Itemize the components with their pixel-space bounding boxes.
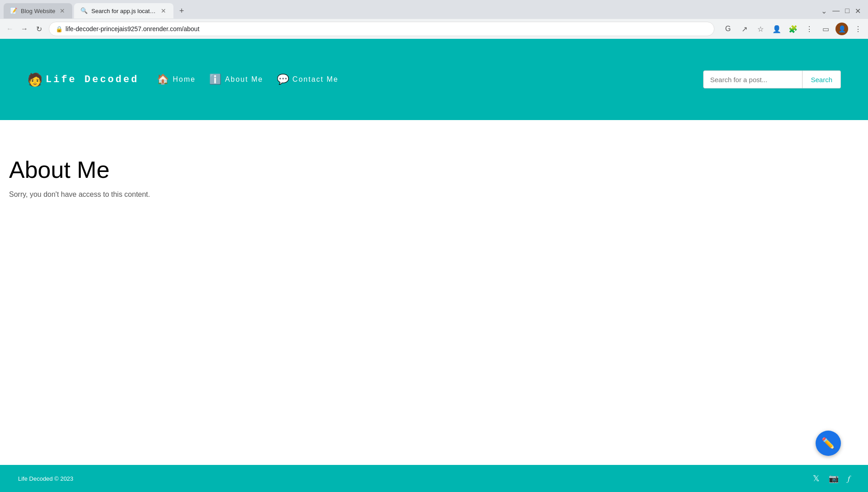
tab-favicon-blog: 📝: [10, 7, 17, 14]
nav-home[interactable]: 🏠 Home: [157, 74, 196, 85]
nav-contact-label: Contact Me: [293, 75, 339, 84]
tab-label-blog: Blog Website: [21, 8, 55, 14]
facebook-icon[interactable]: 𝑓: [848, 474, 850, 483]
maximize-button[interactable]: □: [845, 7, 849, 15]
logo-text: Life Decoded: [46, 74, 139, 85]
share-icon[interactable]: ↗: [738, 23, 751, 35]
tab-close-search[interactable]: ✕: [160, 7, 167, 14]
nav-about[interactable]: ℹ️ About Me: [209, 74, 263, 85]
reload-button[interactable]: ↻: [33, 23, 45, 35]
access-message: Sorry, you don't have access to this con…: [9, 190, 841, 199]
chrome-menu[interactable]: ⋮: [852, 23, 864, 35]
tab-close-blog[interactable]: ✕: [59, 7, 66, 14]
tab-list-button[interactable]: ⌄: [821, 7, 827, 15]
instagram-icon[interactable]: 📷: [829, 473, 839, 483]
browser-chrome: 📝 Blog Website ✕ 🔍 Search for app.js loc…: [0, 0, 868, 39]
tab-bar: 📝 Blog Website ✕ 🔍 Search for app.js loc…: [0, 0, 868, 19]
close-button[interactable]: ✕: [855, 7, 861, 15]
nav-home-label: Home: [173, 75, 196, 84]
fab-button[interactable]: ✏️: [816, 431, 841, 456]
profile-icon[interactable]: 👤: [770, 23, 783, 35]
about-icon: ℹ️: [209, 74, 222, 85]
bookmark-icon[interactable]: ☆: [754, 23, 767, 35]
browser-menu-icon[interactable]: ⋮: [803, 23, 816, 35]
search-input[interactable]: [703, 70, 803, 88]
back-button[interactable]: ←: [4, 23, 16, 35]
google-icon[interactable]: G: [722, 23, 734, 35]
minimize-button[interactable]: —: [832, 7, 840, 15]
browser-actions: G ↗ ☆ 👤 🧩 ⋮ ▭ 👤 ⋮: [722, 23, 864, 35]
site-logo[interactable]: 🧑 Life Decoded: [27, 72, 139, 87]
website-content: 🧑 Life Decoded 🏠 Home ℹ️ About Me 💬 Cont…: [0, 39, 868, 346]
url-box[interactable]: 🔒 life-decoder-princejais9257.onrender.c…: [49, 22, 714, 36]
lock-icon: 🔒: [56, 26, 63, 32]
footer-copyright: Life Decoded © 2023: [18, 475, 73, 482]
search-button[interactable]: Search: [803, 70, 841, 88]
address-bar: ← → ↻ 🔒 life-decoder-princejais9257.onre…: [0, 19, 868, 39]
edit-icon: ✏️: [821, 437, 835, 450]
forward-button[interactable]: →: [18, 23, 31, 35]
new-tab-button[interactable]: +: [175, 5, 188, 17]
search-form: Search: [703, 70, 841, 88]
page-title: About Me: [9, 156, 841, 183]
nav-about-label: About Me: [225, 75, 263, 84]
site-main: About Me Sorry, you don't have access to…: [0, 120, 868, 346]
site-footer: Life Decoded © 2023 𝕏 📷 𝑓: [0, 465, 868, 492]
tab-search-appjs[interactable]: 🔍 Search for app.js location ✕: [74, 3, 173, 19]
site-header: 🧑 Life Decoded 🏠 Home ℹ️ About Me 💬 Cont…: [0, 39, 868, 120]
twitter-x-icon[interactable]: 𝕏: [813, 473, 820, 483]
contact-icon: 💬: [277, 74, 290, 85]
sidebar-icon[interactable]: ▭: [819, 23, 832, 35]
site-nav: 🏠 Home ℹ️ About Me 💬 Contact Me: [157, 74, 685, 85]
logo-icon: 🧑: [27, 72, 43, 87]
nav-buttons: ← → ↻: [4, 23, 45, 35]
footer-social: 𝕏 📷 𝑓: [813, 473, 850, 483]
tab-label-search: Search for app.js location: [91, 8, 156, 14]
window-controls: ⌄ — □ ✕: [821, 7, 864, 15]
user-avatar[interactable]: 👤: [835, 23, 848, 35]
url-text: life-decoder-princejais9257.onrender.com…: [65, 25, 708, 32]
tab-blog-website[interactable]: 📝 Blog Website ✕: [4, 3, 72, 19]
tab-favicon-search: 🔍: [80, 7, 88, 14]
home-icon: 🏠: [157, 74, 170, 85]
nav-contact[interactable]: 💬 Contact Me: [277, 74, 339, 85]
extensions-icon[interactable]: 🧩: [787, 23, 799, 35]
